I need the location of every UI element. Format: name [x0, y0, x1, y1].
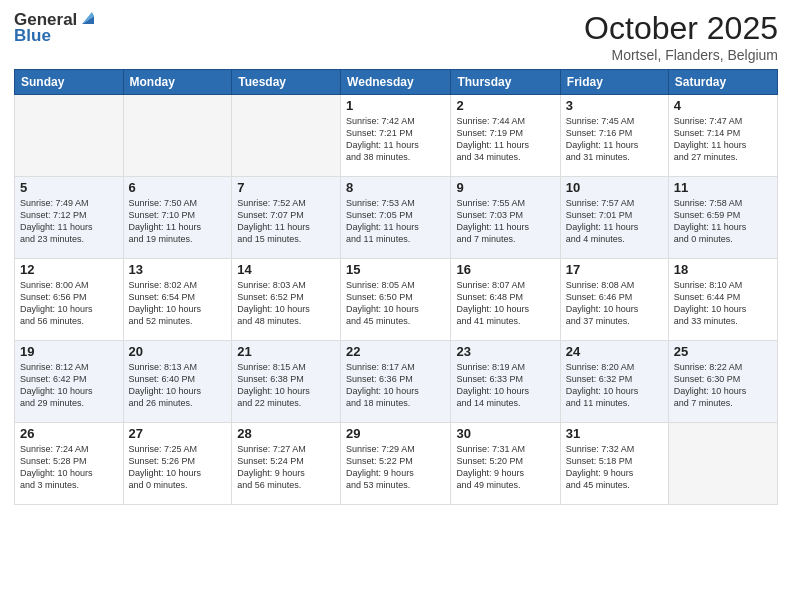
- table-row: 18Sunrise: 8:10 AM Sunset: 6:44 PM Dayli…: [668, 259, 777, 341]
- table-row: 28Sunrise: 7:27 AM Sunset: 5:24 PM Dayli…: [232, 423, 341, 505]
- day-number: 25: [674, 344, 772, 359]
- table-row: 10Sunrise: 7:57 AM Sunset: 7:01 PM Dayli…: [560, 177, 668, 259]
- day-number: 22: [346, 344, 445, 359]
- day-info: Sunrise: 7:55 AM Sunset: 7:03 PM Dayligh…: [456, 197, 554, 246]
- day-number: 19: [20, 344, 118, 359]
- table-row: 22Sunrise: 8:17 AM Sunset: 6:36 PM Dayli…: [341, 341, 451, 423]
- day-number: 28: [237, 426, 335, 441]
- day-number: 12: [20, 262, 118, 277]
- logo: General Blue: [14, 10, 98, 46]
- day-number: 14: [237, 262, 335, 277]
- day-info: Sunrise: 7:29 AM Sunset: 5:22 PM Dayligh…: [346, 443, 445, 492]
- col-tuesday: Tuesday: [232, 70, 341, 95]
- day-info: Sunrise: 8:15 AM Sunset: 6:38 PM Dayligh…: [237, 361, 335, 410]
- day-info: Sunrise: 8:08 AM Sunset: 6:46 PM Dayligh…: [566, 279, 663, 328]
- day-number: 7: [237, 180, 335, 195]
- day-number: 1: [346, 98, 445, 113]
- table-row: 9Sunrise: 7:55 AM Sunset: 7:03 PM Daylig…: [451, 177, 560, 259]
- col-monday: Monday: [123, 70, 232, 95]
- day-number: 9: [456, 180, 554, 195]
- table-row: 4Sunrise: 7:47 AM Sunset: 7:14 PM Daylig…: [668, 95, 777, 177]
- table-row: 2Sunrise: 7:44 AM Sunset: 7:19 PM Daylig…: [451, 95, 560, 177]
- day-info: Sunrise: 7:50 AM Sunset: 7:10 PM Dayligh…: [129, 197, 227, 246]
- table-row: 31Sunrise: 7:32 AM Sunset: 5:18 PM Dayli…: [560, 423, 668, 505]
- day-info: Sunrise: 7:42 AM Sunset: 7:21 PM Dayligh…: [346, 115, 445, 164]
- day-info: Sunrise: 7:58 AM Sunset: 6:59 PM Dayligh…: [674, 197, 772, 246]
- day-number: 6: [129, 180, 227, 195]
- table-row: 21Sunrise: 8:15 AM Sunset: 6:38 PM Dayli…: [232, 341, 341, 423]
- day-number: 13: [129, 262, 227, 277]
- calendar-table: Sunday Monday Tuesday Wednesday Thursday…: [14, 69, 778, 505]
- page-header: General Blue October 2025 Mortsel, Fland…: [14, 10, 778, 63]
- table-row: 26Sunrise: 7:24 AM Sunset: 5:28 PM Dayli…: [15, 423, 124, 505]
- day-info: Sunrise: 7:25 AM Sunset: 5:26 PM Dayligh…: [129, 443, 227, 492]
- day-number: 30: [456, 426, 554, 441]
- day-info: Sunrise: 7:52 AM Sunset: 7:07 PM Dayligh…: [237, 197, 335, 246]
- table-row: 7Sunrise: 7:52 AM Sunset: 7:07 PM Daylig…: [232, 177, 341, 259]
- calendar-header-row: Sunday Monday Tuesday Wednesday Thursday…: [15, 70, 778, 95]
- day-number: 10: [566, 180, 663, 195]
- table-row: [232, 95, 341, 177]
- logo-icon: [78, 8, 98, 28]
- day-info: Sunrise: 8:20 AM Sunset: 6:32 PM Dayligh…: [566, 361, 663, 410]
- day-number: 17: [566, 262, 663, 277]
- day-number: 29: [346, 426, 445, 441]
- table-row: 27Sunrise: 7:25 AM Sunset: 5:26 PM Dayli…: [123, 423, 232, 505]
- table-row: 19Sunrise: 8:12 AM Sunset: 6:42 PM Dayli…: [15, 341, 124, 423]
- table-row: 23Sunrise: 8:19 AM Sunset: 6:33 PM Dayli…: [451, 341, 560, 423]
- calendar-row: 5Sunrise: 7:49 AM Sunset: 7:12 PM Daylig…: [15, 177, 778, 259]
- table-row: 30Sunrise: 7:31 AM Sunset: 5:20 PM Dayli…: [451, 423, 560, 505]
- day-info: Sunrise: 7:31 AM Sunset: 5:20 PM Dayligh…: [456, 443, 554, 492]
- day-number: 23: [456, 344, 554, 359]
- day-info: Sunrise: 7:47 AM Sunset: 7:14 PM Dayligh…: [674, 115, 772, 164]
- day-info: Sunrise: 8:17 AM Sunset: 6:36 PM Dayligh…: [346, 361, 445, 410]
- table-row: 14Sunrise: 8:03 AM Sunset: 6:52 PM Dayli…: [232, 259, 341, 341]
- day-info: Sunrise: 8:07 AM Sunset: 6:48 PM Dayligh…: [456, 279, 554, 328]
- table-row: [15, 95, 124, 177]
- table-row: [123, 95, 232, 177]
- day-info: Sunrise: 8:00 AM Sunset: 6:56 PM Dayligh…: [20, 279, 118, 328]
- day-info: Sunrise: 7:24 AM Sunset: 5:28 PM Dayligh…: [20, 443, 118, 492]
- day-number: 21: [237, 344, 335, 359]
- table-row: 13Sunrise: 8:02 AM Sunset: 6:54 PM Dayli…: [123, 259, 232, 341]
- day-info: Sunrise: 7:49 AM Sunset: 7:12 PM Dayligh…: [20, 197, 118, 246]
- col-wednesday: Wednesday: [341, 70, 451, 95]
- day-info: Sunrise: 8:13 AM Sunset: 6:40 PM Dayligh…: [129, 361, 227, 410]
- day-number: 11: [674, 180, 772, 195]
- day-info: Sunrise: 8:05 AM Sunset: 6:50 PM Dayligh…: [346, 279, 445, 328]
- table-row: 24Sunrise: 8:20 AM Sunset: 6:32 PM Dayli…: [560, 341, 668, 423]
- table-row: 15Sunrise: 8:05 AM Sunset: 6:50 PM Dayli…: [341, 259, 451, 341]
- day-info: Sunrise: 8:10 AM Sunset: 6:44 PM Dayligh…: [674, 279, 772, 328]
- table-row: 8Sunrise: 7:53 AM Sunset: 7:05 PM Daylig…: [341, 177, 451, 259]
- table-row: 20Sunrise: 8:13 AM Sunset: 6:40 PM Dayli…: [123, 341, 232, 423]
- table-row: 11Sunrise: 7:58 AM Sunset: 6:59 PM Dayli…: [668, 177, 777, 259]
- day-number: 26: [20, 426, 118, 441]
- col-friday: Friday: [560, 70, 668, 95]
- location: Mortsel, Flanders, Belgium: [584, 47, 778, 63]
- calendar-row: 26Sunrise: 7:24 AM Sunset: 5:28 PM Dayli…: [15, 423, 778, 505]
- day-number: 16: [456, 262, 554, 277]
- day-info: Sunrise: 8:02 AM Sunset: 6:54 PM Dayligh…: [129, 279, 227, 328]
- day-info: Sunrise: 7:53 AM Sunset: 7:05 PM Dayligh…: [346, 197, 445, 246]
- day-number: 20: [129, 344, 227, 359]
- day-number: 8: [346, 180, 445, 195]
- day-number: 24: [566, 344, 663, 359]
- day-info: Sunrise: 8:22 AM Sunset: 6:30 PM Dayligh…: [674, 361, 772, 410]
- col-saturday: Saturday: [668, 70, 777, 95]
- day-number: 4: [674, 98, 772, 113]
- table-row: 16Sunrise: 8:07 AM Sunset: 6:48 PM Dayli…: [451, 259, 560, 341]
- day-info: Sunrise: 7:44 AM Sunset: 7:19 PM Dayligh…: [456, 115, 554, 164]
- day-info: Sunrise: 8:12 AM Sunset: 6:42 PM Dayligh…: [20, 361, 118, 410]
- calendar-row: 12Sunrise: 8:00 AM Sunset: 6:56 PM Dayli…: [15, 259, 778, 341]
- day-number: 2: [456, 98, 554, 113]
- day-number: 27: [129, 426, 227, 441]
- calendar-row: 19Sunrise: 8:12 AM Sunset: 6:42 PM Dayli…: [15, 341, 778, 423]
- day-number: 3: [566, 98, 663, 113]
- month-title: October 2025: [584, 10, 778, 47]
- table-row: 5Sunrise: 7:49 AM Sunset: 7:12 PM Daylig…: [15, 177, 124, 259]
- table-row: 1Sunrise: 7:42 AM Sunset: 7:21 PM Daylig…: [341, 95, 451, 177]
- table-row: 17Sunrise: 8:08 AM Sunset: 6:46 PM Dayli…: [560, 259, 668, 341]
- day-info: Sunrise: 7:57 AM Sunset: 7:01 PM Dayligh…: [566, 197, 663, 246]
- day-number: 5: [20, 180, 118, 195]
- table-row: 6Sunrise: 7:50 AM Sunset: 7:10 PM Daylig…: [123, 177, 232, 259]
